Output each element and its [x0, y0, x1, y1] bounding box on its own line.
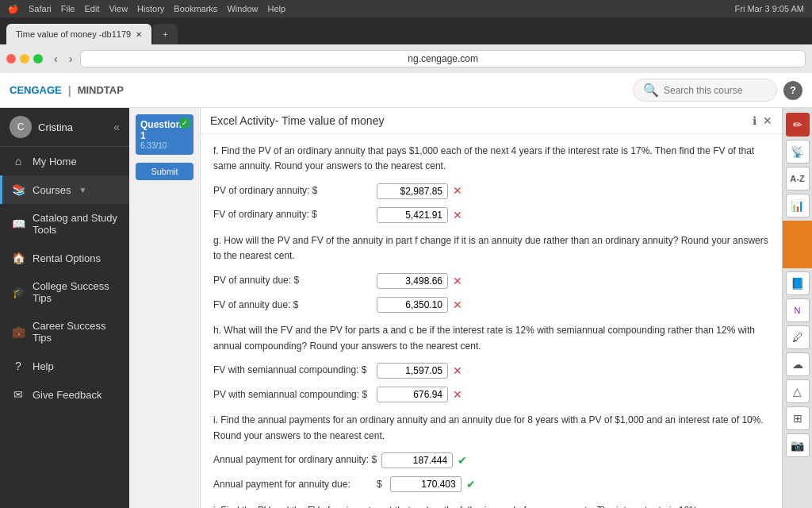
career-success-icon: 💼 [12, 325, 25, 338]
bookmarks-menu[interactable]: Bookmarks [174, 4, 217, 13]
tool-pen-button[interactable]: 🖊 [786, 325, 810, 349]
cengage-logo: CENGAGE | MINDTAP [10, 84, 124, 97]
view-menu[interactable]: View [109, 4, 128, 13]
content-area: Excel Activity- Time value of money ℹ ✕ … [201, 108, 782, 508]
tool-rss-button[interactable]: 📡 [786, 140, 810, 164]
help-icon: ? [12, 360, 25, 372]
forward-button[interactable]: › [66, 51, 76, 67]
pv-due-label: PV of annuity due: $ [213, 273, 372, 288]
close-light[interactable] [6, 54, 16, 64]
submit-button[interactable]: Submit [136, 163, 193, 180]
sidebar-item-catalog[interactable]: 📖 Catalog and Study Tools [0, 204, 129, 244]
problem-j-text: j. Find the PV and the FV of an investme… [213, 503, 769, 508]
sidebar-user: C Cristina « [0, 108, 129, 147]
browser-chrome: Time value of money -db1179 ✕ + [0, 17, 812, 44]
tool-capture-button[interactable]: 📷 [786, 433, 810, 457]
edit-menu[interactable]: Edit [84, 4, 99, 13]
history-menu[interactable]: History [137, 4, 164, 13]
sidebar-label-help: Help [33, 360, 54, 372]
avatar: C [10, 116, 32, 138]
catalog-icon: 📖 [12, 217, 25, 230]
back-button[interactable]: ‹ [51, 51, 61, 67]
annual-ordinary-label: Annual payment for ordinary annuity: $ [213, 452, 377, 468]
fullscreen-light[interactable] [33, 54, 43, 64]
tool-office-button[interactable]: 📊 [786, 194, 810, 217]
close-button[interactable]: ✕ [763, 114, 772, 127]
minimize-light[interactable] [20, 54, 29, 64]
tool-az-button[interactable]: A-Z [786, 167, 810, 190]
tool-cloud-button[interactable]: ☁ [786, 352, 810, 376]
safari-menu[interactable]: Safari [29, 4, 52, 13]
mac-os-bar: 🍎 Safari File Edit View History Bookmark… [0, 0, 812, 17]
pv-due-status: ✕ [453, 272, 462, 290]
annual-due-dollar: $ [377, 477, 382, 492]
new-tab-icon: + [163, 29, 167, 39]
search-input[interactable] [664, 85, 767, 96]
tool-apps-button[interactable]: ⊞ [786, 406, 810, 430]
tool-orange-bar [783, 221, 812, 268]
fv-semi-input[interactable] [377, 363, 448, 379]
annual-due-status: ✔ [466, 475, 476, 493]
tool-edit-button[interactable]: ✏ [786, 113, 810, 137]
field-row-fv-ordinary: FV of ordinary annuity: $ ✕ [213, 206, 769, 224]
fv-ordinary-label: FV of ordinary annuity: $ [213, 207, 372, 222]
tool-onenote-button[interactable]: N [786, 298, 810, 322]
sidebar-label-courses: Courses [33, 184, 71, 196]
datetime: Fri Mar 3 9:05 AM [735, 4, 804, 13]
product-name: MINDTAP [78, 84, 124, 96]
sidebar-label-rental: Rental Options [33, 252, 101, 264]
content-header-icons: ℹ ✕ [753, 114, 772, 127]
problem-g-text: g. How will the PV and FV of the annuity… [213, 233, 769, 264]
window-menu[interactable]: Window [227, 4, 258, 13]
help-button[interactable]: ? [783, 81, 802, 100]
pv-ordinary-label: PV of ordinary annuity: $ [213, 183, 372, 198]
tool-book-button[interactable]: 📘 [786, 271, 810, 295]
pv-ordinary-input[interactable] [377, 183, 448, 199]
active-tab[interactable]: Time value of money -db1179 ✕ [6, 24, 151, 44]
sidebar-item-courses[interactable]: 📚 Courses ▼ [0, 175, 129, 204]
apple-menu[interactable]: 🍎 [8, 4, 19, 14]
new-tab[interactable]: + [153, 24, 177, 44]
tool-gdrive-button[interactable]: △ [786, 379, 810, 403]
annual-ordinary-input[interactable] [381, 452, 453, 468]
fv-due-input[interactable] [377, 297, 448, 313]
pv-semi-input[interactable] [377, 387, 448, 402]
field-row-annual-due: Annual payment for annuity due: $ ✔ [213, 475, 769, 493]
sidebar-item-college-success[interactable]: 🎓 College Success Tips [0, 272, 129, 312]
question-check-icon: ✓ [179, 117, 190, 129]
pv-due-input[interactable] [377, 273, 448, 289]
field-row-pv-due: PV of annuity due: $ ✕ [213, 272, 769, 290]
sidebar-item-feedback[interactable]: ✉ Give Feedback [0, 380, 129, 409]
field-row-annual-ordinary: Annual payment for ordinary annuity: $ ✔ [213, 452, 769, 469]
tab-title: Time value of money -db1179 [16, 29, 131, 39]
question-item-1[interactable]: Question 1 6.33/10 ✓ [136, 114, 193, 155]
field-row-fv-semi: FV with semiannual compounding: $ ✕ [213, 362, 769, 379]
question-panel: Question 1 6.33/10 ✓ Submit [129, 108, 201, 508]
file-menu[interactable]: File [61, 4, 75, 13]
search-bar[interactable]: 🔍 [633, 79, 777, 102]
pv-semi-status: ✕ [453, 386, 462, 403]
address-bar[interactable]: ng.cengage.com [80, 50, 806, 67]
main-area: C Cristina « ⌂ My Home 📚 Courses ▼ 📖 Cat… [0, 108, 812, 508]
sidebar-item-rental[interactable]: 🏠 Rental Options [0, 244, 129, 272]
fv-ordinary-input[interactable] [377, 207, 448, 223]
info-button[interactable]: ℹ [753, 114, 756, 127]
courses-arrow-icon: ▼ [79, 186, 86, 194]
problem-i-text: i. Find the annual payments for an ordin… [213, 413, 769, 443]
content-header: Excel Activity- Time value of money ℹ ✕ [201, 108, 782, 134]
annual-due-input[interactable] [390, 476, 462, 492]
url-text: ng.cengage.com [408, 53, 478, 64]
rental-icon: 🏠 [12, 252, 25, 264]
field-row-pv-semi: PV with semiannual compounding: $ ✕ [213, 386, 769, 403]
sidebar-label-career-success: Career Success Tips [33, 320, 120, 344]
fv-due-label: FV of annuity due: $ [213, 298, 372, 313]
tab-close-icon[interactable]: ✕ [136, 30, 142, 39]
sidebar-collapse-icon[interactable]: « [113, 121, 120, 133]
sidebar-item-help[interactable]: ? Help [0, 352, 129, 380]
sidebar-item-my-home[interactable]: ⌂ My Home [0, 147, 129, 175]
avatar-initial: C [17, 121, 25, 133]
sidebar-label-college-success: College Success Tips [33, 280, 120, 304]
help-menu[interactable]: Help [268, 4, 286, 13]
sidebar-item-career-success[interactable]: 💼 Career Success Tips [0, 312, 129, 352]
cengage-header: CENGAGE | MINDTAP 🔍 ? [0, 73, 812, 108]
